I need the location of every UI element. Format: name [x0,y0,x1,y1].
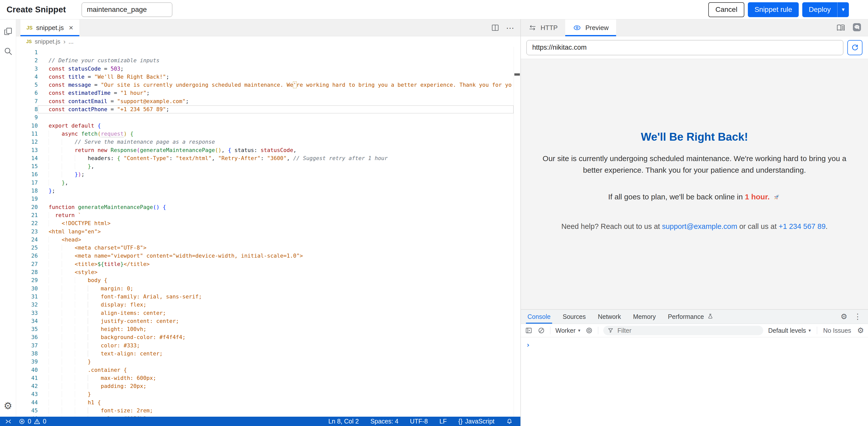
encoding[interactable]: UTF-8 [410,418,428,425]
indentation[interactable]: Spaces: 4 [370,418,398,425]
rocket-emoji [772,193,781,203]
close-icon[interactable]: × [69,24,73,31]
code-line: 37 color: #333; [16,342,520,350]
clear-console-icon[interactable] [537,327,545,334]
code-line: 45 font-size: 2rem; [16,406,520,415]
devtools-tab-network[interactable]: Network [598,310,621,324]
remote-indicator-icon[interactable] [4,418,12,425]
maintenance-heading: We'll Be Right Back! [537,131,852,143]
snippet-rule-button[interactable]: Snippet rule [748,2,799,17]
error-icon [19,418,25,425]
help-suffix: . [826,222,828,230]
log-levels-label: Default levels [768,327,806,334]
eye-icon [573,24,581,32]
warning-count: 0 [43,418,46,425]
code-line: 23<html lang="en"> [16,228,520,236]
phone-link[interactable]: +1 234 567 89 [779,222,826,230]
language-mode[interactable]: {} JavaScript [459,418,494,425]
eta-value: 1 hour. [745,193,770,201]
problems-indicator[interactable]: 0 0 [19,418,46,425]
kebab-menu-icon[interactable]: ⋮ [854,313,862,320]
log-levels-selector[interactable]: Default levels ▾ [768,327,811,334]
url-bar [521,36,868,59]
cursor-position[interactable]: Ln 8, Col 2 [328,418,359,425]
docs-book-icon[interactable] [836,24,845,32]
live-expression-eye-icon[interactable] [585,327,593,334]
snippet-name-input[interactable] [82,2,172,17]
eol-sequence[interactable]: LF [439,418,446,425]
devtools-tab-sources[interactable]: Sources [563,310,586,324]
scrollbar-cursor-mark [514,73,520,76]
devtools-settings-gear-icon[interactable]: ⚙ [841,313,847,320]
deploy-dropdown-button[interactable]: ▾ [837,2,849,17]
tab-label: snippet.js [36,24,64,32]
header-actions: Cancel Snippet rule Deploy ▾ [708,2,849,17]
console-toolbar: Worker ▾ Default levels ▾ [521,324,868,337]
code-line: 38 text-align: center; [16,350,520,358]
code-line: 8const contactPhone = "+1 234 567 89"; [16,105,520,113]
language-label: JavaScript [465,418,494,425]
console-settings-gear-icon[interactable]: ⚙ [857,327,864,334]
snippets-files-icon[interactable] [3,27,12,36]
console-output[interactable]: › [521,337,868,426]
console-sidebar-toggle-icon[interactable] [525,327,532,334]
code-line: 2// Define your customizable inputs [16,56,520,64]
main-area: ⚙ JS snippet.js × … [0,20,868,426]
chevron-down-icon: ▾ [809,328,811,333]
tab-snippet-js[interactable]: JS snippet.js × [21,20,79,36]
code-line: 25 <meta charset="UTF-8"> [16,244,520,252]
discord-icon[interactable] [852,23,862,33]
code-line: 36 background-color: #f4f4f4; [16,333,520,341]
code-line: 5const message = "Our site is currently … [16,81,520,89]
code-line: 43 } [16,390,520,398]
code-line: 24 <head> [16,236,520,244]
issues-counter[interactable]: No Issues [823,327,851,334]
code-line: 4const title = "We'll Be Right Back!"; [16,73,520,81]
settings-gear-icon[interactable]: ⚙ [3,401,12,410]
url-input[interactable] [526,40,843,55]
code-editor[interactable]: 12// Define your customizable inputs3con… [16,47,520,417]
error-count: 0 [28,418,31,425]
code-line: 46 color: #0056b3; [16,415,520,417]
tab-preview[interactable]: Preview [565,20,616,36]
breadcrumb[interactable]: JS snippet.js › ... [16,36,520,47]
code-line: 33 align-items: center; [16,309,520,317]
breadcrumb-more: ... [68,38,73,45]
devtools-tab-performance[interactable]: Performance [668,310,713,324]
preview-pane: HTTP Preview [520,20,868,426]
support-email-link[interactable]: support@example.com [662,222,737,230]
devtools-tab-console[interactable]: Console [527,310,551,324]
maintenance-eta: If all goes to plan, we'll be back onlin… [537,193,852,203]
deploy-button[interactable]: Deploy [802,2,837,17]
editor-scrollbar[interactable] [514,47,520,417]
more-actions-icon[interactable]: … [506,24,515,31]
code-line: 28 <style> [16,268,520,276]
refresh-button[interactable] [847,40,863,55]
tab-http[interactable]: HTTP [521,20,565,36]
app-header: Create Snippet Cancel Snippet rule Deplo… [0,0,868,20]
cancel-button[interactable]: Cancel [708,2,744,17]
devtools-tab-actions: ⚙ ⋮ [841,310,862,324]
notifications-bell-icon[interactable] [506,418,513,425]
maintenance-contact: Need help? Reach out to us at support@ex… [537,222,852,231]
tab-preview-label: Preview [585,24,609,32]
filter-input[interactable] [617,327,759,335]
code-line: 41 max-width: 600px; [16,374,520,382]
maintenance-page: We'll Be Right Back! Our site is current… [527,131,862,238]
code-line: 19 [16,195,520,203]
code-line: 30 margin: 0; [16,285,520,293]
deploy-split-button: Deploy ▾ [802,2,849,17]
breadcrumb-file: snippet.js [35,38,60,45]
tab-http-label: HTTP [540,24,558,32]
console-prompt[interactable]: › [526,341,530,349]
devtools-tab-memory[interactable]: Memory [633,310,656,324]
split-editor-icon[interactable] [491,24,499,31]
status-bar: 0 0 Ln 8, Col 2 Spaces: 4 UTF-8 LF {} Ja… [0,417,520,426]
context-selector[interactable]: Worker ▾ [555,327,580,334]
code-line: 39 } [16,358,520,366]
search-icon[interactable] [3,47,12,56]
code-line: 21 return ` [16,211,520,219]
editor-column: JS snippet.js × … JS snip [16,20,520,417]
preview-tab-actions [836,20,862,36]
code-line: 1 [16,48,520,56]
